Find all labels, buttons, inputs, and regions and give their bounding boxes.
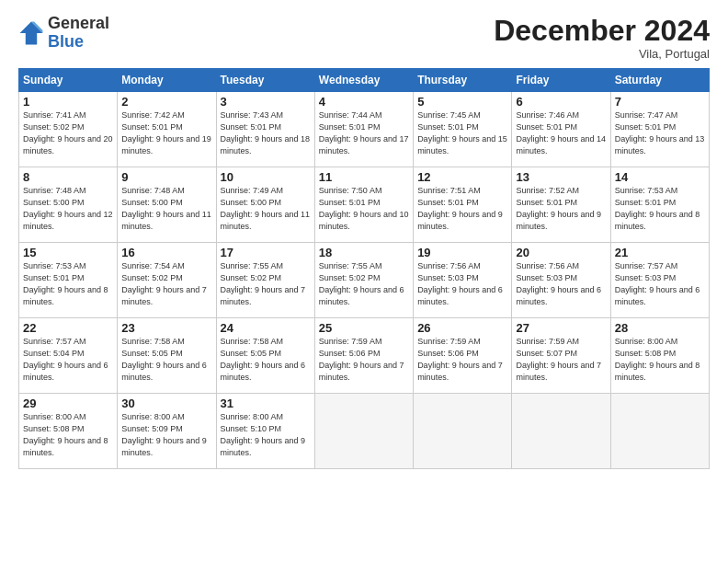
logo-icon xyxy=(18,20,44,46)
calendar-header-wednesday: Wednesday xyxy=(314,69,413,92)
calendar-cell: 7 Sunrise: 7:47 AM Sunset: 5:01 PM Dayli… xyxy=(610,92,709,167)
day-info: Sunrise: 7:57 AM Sunset: 5:03 PM Dayligh… xyxy=(615,260,705,308)
day-number: 16 xyxy=(121,246,211,259)
calendar-cell: 18 Sunrise: 7:55 AM Sunset: 5:02 PM Dayl… xyxy=(314,243,413,318)
calendar-cell: 29 Sunrise: 8:00 AM Sunset: 5:08 PM Dayl… xyxy=(19,394,118,469)
calendar-header-thursday: Thursday xyxy=(414,69,512,92)
logo-text: General Blue xyxy=(48,15,109,52)
day-number: 30 xyxy=(121,396,211,410)
day-info: Sunrise: 7:59 AM Sunset: 5:06 PM Dayligh… xyxy=(319,336,409,384)
calendar-cell: 26 Sunrise: 7:59 AM Sunset: 5:06 PM Dayl… xyxy=(414,318,512,394)
day-number: 26 xyxy=(417,321,507,335)
day-info: Sunrise: 7:42 AM Sunset: 5:01 PM Dayligh… xyxy=(121,109,211,157)
calendar-cell: 28 Sunrise: 8:00 AM Sunset: 5:08 PM Dayl… xyxy=(610,318,709,394)
day-info: Sunrise: 7:50 AM Sunset: 5:01 PM Dayligh… xyxy=(319,185,409,233)
calendar-cell: 1 Sunrise: 7:41 AM Sunset: 5:02 PM Dayli… xyxy=(19,92,118,167)
calendar-cell: 21 Sunrise: 7:57 AM Sunset: 5:03 PM Dayl… xyxy=(610,243,709,318)
calendar-header-row: SundayMondayTuesdayWednesdayThursdayFrid… xyxy=(19,69,710,92)
day-info: Sunrise: 7:56 AM Sunset: 5:03 PM Dayligh… xyxy=(417,260,507,308)
day-number: 24 xyxy=(221,321,311,335)
day-info: Sunrise: 7:48 AM Sunset: 5:00 PM Dayligh… xyxy=(23,185,113,233)
logo-blue: Blue xyxy=(48,32,84,51)
day-number: 29 xyxy=(23,396,113,410)
calendar-cell xyxy=(610,394,709,469)
calendar-header-monday: Monday xyxy=(118,69,216,92)
day-info: Sunrise: 7:48 AM Sunset: 5:00 PM Dayligh… xyxy=(121,185,211,233)
day-info: Sunrise: 7:41 AM Sunset: 5:02 PM Dayligh… xyxy=(23,109,113,157)
day-info: Sunrise: 7:55 AM Sunset: 5:02 PM Dayligh… xyxy=(221,260,311,308)
day-number: 23 xyxy=(121,321,211,335)
day-number: 19 xyxy=(417,246,507,259)
calendar-cell: 2 Sunrise: 7:42 AM Sunset: 5:01 PM Dayli… xyxy=(118,92,216,167)
day-number: 2 xyxy=(121,95,211,109)
calendar-cell: 11 Sunrise: 7:50 AM Sunset: 5:01 PM Dayl… xyxy=(314,167,413,243)
day-info: Sunrise: 7:59 AM Sunset: 5:06 PM Dayligh… xyxy=(417,336,507,384)
day-info: Sunrise: 7:53 AM Sunset: 5:01 PM Dayligh… xyxy=(615,185,705,233)
day-info: Sunrise: 7:59 AM Sunset: 5:07 PM Dayligh… xyxy=(516,336,606,384)
calendar-cell: 22 Sunrise: 7:57 AM Sunset: 5:04 PM Dayl… xyxy=(19,318,118,394)
calendar-cell: 13 Sunrise: 7:52 AM Sunset: 5:01 PM Dayl… xyxy=(512,167,610,243)
day-number: 13 xyxy=(516,170,606,184)
calendar-cell: 19 Sunrise: 7:56 AM Sunset: 5:03 PM Dayl… xyxy=(414,243,512,318)
day-info: Sunrise: 7:44 AM Sunset: 5:01 PM Dayligh… xyxy=(319,109,409,157)
day-number: 18 xyxy=(319,246,409,259)
day-number: 6 xyxy=(516,95,606,109)
calendar-cell xyxy=(414,394,512,469)
calendar-cell: 3 Sunrise: 7:43 AM Sunset: 5:01 PM Dayli… xyxy=(216,92,314,167)
calendar-cell: 31 Sunrise: 8:00 AM Sunset: 5:10 PM Dayl… xyxy=(216,394,314,469)
day-info: Sunrise: 7:53 AM Sunset: 5:01 PM Dayligh… xyxy=(23,260,113,308)
calendar-header-friday: Friday xyxy=(512,69,610,92)
calendar-cell: 12 Sunrise: 7:51 AM Sunset: 5:01 PM Dayl… xyxy=(414,167,512,243)
day-number: 10 xyxy=(221,170,311,184)
day-info: Sunrise: 7:45 AM Sunset: 5:01 PM Dayligh… xyxy=(417,109,507,157)
calendar-cell: 17 Sunrise: 7:55 AM Sunset: 5:02 PM Dayl… xyxy=(216,243,314,318)
day-number: 17 xyxy=(221,246,311,259)
day-info: Sunrise: 8:00 AM Sunset: 5:09 PM Dayligh… xyxy=(121,411,211,459)
day-number: 31 xyxy=(221,396,311,410)
day-info: Sunrise: 7:58 AM Sunset: 5:05 PM Dayligh… xyxy=(121,336,211,384)
calendar-week-1: 1 Sunrise: 7:41 AM Sunset: 5:02 PM Dayli… xyxy=(19,92,710,167)
day-number: 14 xyxy=(615,170,705,184)
calendar-cell xyxy=(314,394,413,469)
header: General Blue December 2024 Vila, Portuga… xyxy=(18,15,710,61)
day-info: Sunrise: 7:43 AM Sunset: 5:01 PM Dayligh… xyxy=(221,109,311,157)
day-info: Sunrise: 7:55 AM Sunset: 5:02 PM Dayligh… xyxy=(319,260,409,308)
calendar-header-sunday: Sunday xyxy=(19,69,118,92)
calendar-cell xyxy=(512,394,610,469)
day-info: Sunrise: 8:00 AM Sunset: 5:08 PM Dayligh… xyxy=(615,336,705,384)
day-number: 28 xyxy=(615,321,705,335)
svg-marker-0 xyxy=(20,21,43,44)
day-info: Sunrise: 7:56 AM Sunset: 5:03 PM Dayligh… xyxy=(516,260,606,308)
calendar-week-3: 15 Sunrise: 7:53 AM Sunset: 5:01 PM Dayl… xyxy=(19,243,710,318)
day-info: Sunrise: 8:00 AM Sunset: 5:08 PM Dayligh… xyxy=(23,411,113,459)
day-info: Sunrise: 7:54 AM Sunset: 5:02 PM Dayligh… xyxy=(121,260,211,308)
month-title: December 2024 xyxy=(494,15,710,47)
day-number: 25 xyxy=(319,321,409,335)
calendar-cell: 30 Sunrise: 8:00 AM Sunset: 5:09 PM Dayl… xyxy=(118,394,216,469)
calendar-cell: 4 Sunrise: 7:44 AM Sunset: 5:01 PM Dayli… xyxy=(314,92,413,167)
day-info: Sunrise: 7:58 AM Sunset: 5:05 PM Dayligh… xyxy=(221,336,311,384)
calendar-cell: 8 Sunrise: 7:48 AM Sunset: 5:00 PM Dayli… xyxy=(19,167,118,243)
calendar-week-5: 29 Sunrise: 8:00 AM Sunset: 5:08 PM Dayl… xyxy=(19,394,710,469)
day-info: Sunrise: 8:00 AM Sunset: 5:10 PM Dayligh… xyxy=(221,411,311,459)
day-number: 27 xyxy=(516,321,606,335)
calendar-cell: 10 Sunrise: 7:49 AM Sunset: 5:00 PM Dayl… xyxy=(216,167,314,243)
day-number: 15 xyxy=(23,246,113,259)
calendar-header-tuesday: Tuesday xyxy=(216,69,314,92)
calendar-cell: 14 Sunrise: 7:53 AM Sunset: 5:01 PM Dayl… xyxy=(610,167,709,243)
day-number: 8 xyxy=(23,170,113,184)
calendar-cell: 6 Sunrise: 7:46 AM Sunset: 5:01 PM Dayli… xyxy=(512,92,610,167)
day-info: Sunrise: 7:52 AM Sunset: 5:01 PM Dayligh… xyxy=(516,185,606,233)
day-info: Sunrise: 7:51 AM Sunset: 5:01 PM Dayligh… xyxy=(417,185,507,233)
calendar-week-2: 8 Sunrise: 7:48 AM Sunset: 5:00 PM Dayli… xyxy=(19,167,710,243)
calendar-cell: 20 Sunrise: 7:56 AM Sunset: 5:03 PM Dayl… xyxy=(512,243,610,318)
day-number: 12 xyxy=(417,170,507,184)
day-number: 11 xyxy=(319,170,409,184)
day-number: 3 xyxy=(221,95,311,109)
calendar-cell: 16 Sunrise: 7:54 AM Sunset: 5:02 PM Dayl… xyxy=(118,243,216,318)
day-number: 4 xyxy=(319,95,409,109)
calendar-cell: 5 Sunrise: 7:45 AM Sunset: 5:01 PM Dayli… xyxy=(414,92,512,167)
calendar-cell: 27 Sunrise: 7:59 AM Sunset: 5:07 PM Dayl… xyxy=(512,318,610,394)
calendar-cell: 15 Sunrise: 7:53 AM Sunset: 5:01 PM Dayl… xyxy=(19,243,118,318)
calendar-cell: 23 Sunrise: 7:58 AM Sunset: 5:05 PM Dayl… xyxy=(118,318,216,394)
